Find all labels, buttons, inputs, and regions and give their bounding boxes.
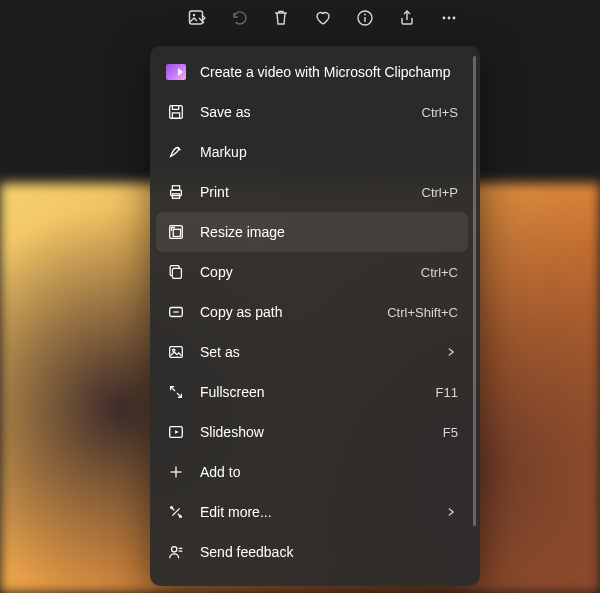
svg-rect-10: [172, 113, 179, 118]
rotate-icon[interactable]: [227, 6, 251, 30]
svg-point-6: [443, 17, 446, 20]
menu-item-save-as[interactable]: Save asCtrl+S: [156, 92, 468, 132]
toolbar: [185, 6, 461, 30]
menu-item-fullscreen[interactable]: FullscreenF11: [156, 372, 468, 412]
menu-item-slideshow[interactable]: SlideshowF5: [156, 412, 468, 452]
svg-rect-12: [172, 186, 179, 191]
svg-point-1: [193, 14, 195, 16]
menu-item-label: Edit more...: [200, 504, 430, 520]
chevron-right-icon: [444, 505, 458, 519]
chevron-right-icon: [444, 345, 458, 359]
svg-point-25: [172, 547, 177, 552]
menu-scrollbar[interactable]: [473, 56, 476, 526]
more-icon[interactable]: [437, 6, 461, 30]
resize-icon: [166, 222, 186, 242]
svg-rect-16: [172, 268, 181, 278]
share-icon[interactable]: [395, 6, 419, 30]
menu-item-label: Save as: [200, 104, 408, 120]
menu-item-create-a-video-with-microsoft-clipchamp[interactable]: Create a video with Microsoft Clipchamp: [156, 52, 468, 92]
set-as-icon: [166, 342, 186, 362]
menu-item-print[interactable]: PrintCtrl+P: [156, 172, 468, 212]
save-as-icon: [166, 102, 186, 122]
menu-item-set-as[interactable]: Set as: [156, 332, 468, 372]
menu-item-label: Slideshow: [200, 424, 429, 440]
delete-icon[interactable]: [269, 6, 293, 30]
menu-item-label: Send feedback: [200, 544, 458, 560]
context-menu: Create a video with Microsoft ClipchampS…: [150, 46, 480, 586]
print-icon: [166, 182, 186, 202]
menu-item-label: Copy: [200, 264, 407, 280]
markup-icon: [166, 142, 186, 162]
svg-point-7: [448, 17, 451, 20]
menu-item-resize-image[interactable]: Resize image: [156, 212, 468, 252]
favorite-icon[interactable]: [311, 6, 335, 30]
svg-point-19: [173, 349, 175, 351]
menu-item-label: Set as: [200, 344, 430, 360]
svg-rect-18: [170, 347, 183, 358]
svg-point-8: [453, 17, 456, 20]
edit-image-icon[interactable]: [185, 6, 209, 30]
menu-item-shortcut: Ctrl+S: [422, 105, 458, 120]
menu-item-label: Create a video with Microsoft Clipchamp: [200, 64, 458, 80]
copy-icon: [166, 262, 186, 282]
menu-item-label: Fullscreen: [200, 384, 422, 400]
menu-item-shortcut: Ctrl+Shift+C: [387, 305, 458, 320]
fullscreen-icon: [166, 382, 186, 402]
menu-item-copy[interactable]: CopyCtrl+C: [156, 252, 468, 292]
svg-rect-15: [173, 229, 180, 236]
menu-item-shortcut: Ctrl+P: [422, 185, 458, 200]
menu-item-markup[interactable]: Markup: [156, 132, 468, 172]
svg-point-4: [364, 14, 366, 16]
menu-item-add-to[interactable]: Add to: [156, 452, 468, 492]
add-to-icon: [166, 462, 186, 482]
info-icon[interactable]: [353, 6, 377, 30]
menu-item-label: Add to: [200, 464, 458, 480]
svg-rect-9: [170, 106, 183, 119]
menu-item-shortcut: F5: [443, 425, 458, 440]
slideshow-icon: [166, 422, 186, 442]
edit-more-icon: [166, 502, 186, 522]
feedback-icon: [166, 542, 186, 562]
menu-item-label: Markup: [200, 144, 458, 160]
menu-item-label: Copy as path: [200, 304, 373, 320]
menu-item-shortcut: Ctrl+C: [421, 265, 458, 280]
menu-item-edit-more[interactable]: Edit more...: [156, 492, 468, 532]
menu-item-shortcut: F11: [436, 385, 458, 400]
menu-item-copy-as-path[interactable]: Copy as pathCtrl+Shift+C: [156, 292, 468, 332]
menu-item-send-feedback[interactable]: Send feedback: [156, 532, 468, 572]
menu-item-label: Print: [200, 184, 408, 200]
clipchamp-icon: [166, 62, 186, 82]
svg-rect-0: [190, 11, 203, 24]
copy-path-icon: [166, 302, 186, 322]
menu-item-label: Resize image: [200, 224, 458, 240]
